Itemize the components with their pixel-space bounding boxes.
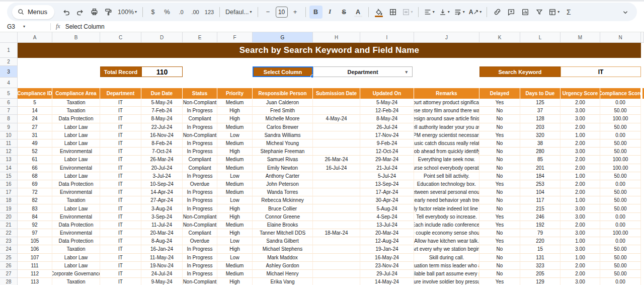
cell-remarks[interactable]: spite couple economy sense should ra [414, 229, 479, 237]
cell[interactable]: 16-Jan-24 [141, 245, 183, 253]
cell[interactable]: No [479, 229, 520, 237]
cell-remarks[interactable]: Design around save article finish. [414, 115, 479, 123]
hide-menus-button[interactable] [619, 6, 632, 19]
cell[interactable] [313, 148, 360, 156]
cell[interactable]: 192 [520, 221, 560, 229]
decrease-font-size-button[interactable]: − [262, 6, 275, 19]
cell[interactable]: Non-Compliant [183, 278, 217, 285]
table-header-status[interactable]: Status [183, 88, 217, 99]
cell[interactable]: 66 [18, 164, 52, 172]
cell[interactable]: 3.00 [560, 115, 600, 123]
cell[interactable]: Low [217, 172, 253, 180]
cell[interactable]: No [479, 188, 520, 196]
strikethrough-button[interactable]: S [338, 6, 351, 19]
cell[interactable]: 15 [520, 245, 560, 253]
cell[interactable]: In Progress [183, 262, 217, 270]
cell[interactable]: In Progress [183, 123, 217, 131]
cell[interactable]: 14-Apr-24 [141, 188, 183, 196]
cell[interactable]: Medium [217, 188, 253, 196]
cell[interactable]: Compliant [183, 229, 217, 237]
cell-remarks[interactable]: Skill during call. [414, 254, 479, 262]
cell[interactable]: 2.00 [560, 99, 600, 107]
cell[interactable]: 79 [520, 229, 560, 237]
cell[interactable]: Sandra Gilbert [253, 237, 313, 245]
cell[interactable]: 11-May-24 [141, 254, 183, 262]
cell[interactable]: IT [100, 164, 141, 172]
cell[interactable]: Environmental [52, 164, 100, 172]
cell[interactable]: 220 [520, 237, 560, 245]
table-header-compliance-area[interactable]: Compliance Area [52, 88, 100, 99]
cell[interactable]: 253 [520, 180, 560, 188]
row-header-20[interactable]: 20 [0, 213, 18, 221]
cell[interactable]: 29-Mar-24 [360, 156, 414, 164]
cell[interactable]: 50.00 [600, 204, 641, 212]
cell[interactable]: 19-Jan-24 [360, 245, 414, 253]
cell[interactable]: 2.00 [560, 180, 600, 188]
cell[interactable]: 38 [520, 139, 560, 148]
cell[interactable]: Compliant [183, 115, 217, 123]
cell[interactable] [313, 262, 360, 270]
cell[interactable]: High [217, 204, 253, 212]
fill-color-button[interactable] [372, 6, 385, 19]
cell[interactable]: Medium [217, 262, 253, 270]
cell[interactable] [313, 172, 360, 180]
column-header-G[interactable]: G [253, 32, 313, 42]
cell[interactable]: 3.00 [560, 245, 600, 253]
cell[interactable]: Labor Law [52, 204, 100, 212]
table-header-days-to-due[interactable]: Days to Due [520, 88, 560, 99]
cell-remarks[interactable]: Everything late seek now. [414, 156, 479, 164]
cell[interactable]: Medium [217, 221, 253, 229]
cell[interactable]: Connor Greene [253, 213, 313, 221]
title-banner[interactable]: Search by Search Keyword and Field Name [18, 43, 641, 58]
row-header-9[interactable]: 9 [0, 123, 18, 131]
cell[interactable]: 246 [520, 213, 560, 221]
column-header-D[interactable]: D [141, 32, 183, 42]
cell[interactable] [313, 237, 360, 245]
column-header-F[interactable]: F [217, 32, 253, 42]
cell[interactable]: IT [100, 204, 141, 212]
cell[interactable]: 112 [18, 270, 52, 278]
cell[interactable] [313, 213, 360, 221]
cell-remarks[interactable]: Point sell bill activity. [414, 172, 479, 180]
cell-remarks[interactable]: er between several personal enough b [414, 188, 479, 196]
cell[interactable] [313, 278, 360, 285]
cell[interactable]: 1.00 [560, 172, 600, 180]
cell[interactable]: 20-Mar-24 [141, 229, 183, 237]
cell[interactable]: 104 [520, 188, 560, 196]
column-header-K[interactable]: K [479, 32, 520, 42]
cell[interactable]: IT [100, 237, 141, 245]
row-header-23[interactable]: 23 [0, 237, 18, 245]
cell-remarks[interactable]: s situation term miss leader who artic [414, 262, 479, 270]
vertical-align-button[interactable]: ▾ [437, 6, 451, 19]
cell[interactable]: 3.00 [560, 107, 600, 115]
cell[interactable]: 100.00 [600, 156, 641, 164]
cell[interactable] [313, 204, 360, 212]
cell[interactable] [313, 188, 360, 196]
cell[interactable]: 50.00 [600, 196, 641, 204]
cell[interactable]: IT [100, 107, 141, 115]
cell[interactable]: 50.00 [600, 139, 641, 148]
cell[interactable]: 2.00 [560, 270, 600, 278]
cell[interactable]: 13-Sep-24 [360, 180, 414, 188]
cell[interactable]: 0.00 [600, 99, 641, 107]
cell[interactable]: In Progress [183, 148, 217, 156]
cell[interactable]: IT [100, 139, 141, 148]
merge-cells-button[interactable]: ▾ [400, 6, 415, 19]
table-header-remarks[interactable]: Remarks [414, 88, 479, 99]
cell[interactable]: IT [100, 156, 141, 164]
cell[interactable]: 2.00 [560, 262, 600, 270]
cell[interactable]: Taxation [52, 245, 100, 253]
cell[interactable]: 84 [18, 213, 52, 221]
cell[interactable]: 1.00 [560, 254, 600, 262]
cell[interactable]: Non-Compliant [183, 99, 217, 107]
cell[interactable]: 83 [18, 204, 52, 212]
cell[interactable]: 0.00 [600, 278, 641, 285]
italic-button[interactable]: I [324, 6, 337, 19]
cell[interactable]: IT [100, 172, 141, 180]
cell[interactable]: 3.00 [560, 229, 600, 237]
search-keyword-label[interactable]: Search Keyword [479, 66, 560, 77]
cell[interactable]: Medium [217, 139, 253, 148]
table-header-priority[interactable]: Priority [217, 88, 253, 99]
undo-button[interactable] [59, 6, 72, 19]
text-wrap-button[interactable]: ▾ [452, 6, 466, 19]
